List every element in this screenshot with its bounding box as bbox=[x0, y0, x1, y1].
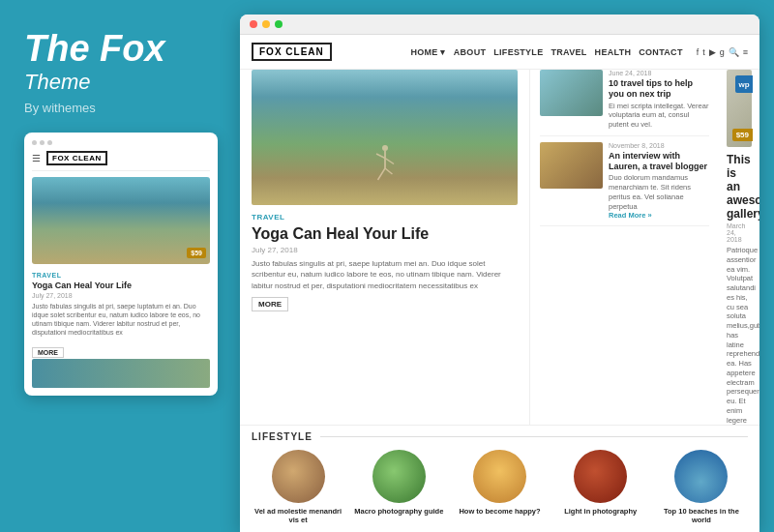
lifestyle-circle-3 bbox=[473, 450, 526, 503]
mobile-dot-3 bbox=[47, 140, 52, 145]
svg-line-5 bbox=[385, 168, 393, 174]
nav-social-icons: f t ▶ g 🔍 ≡ bbox=[697, 47, 748, 57]
lifestyle-circle-1 bbox=[272, 450, 325, 503]
lifestyle-item-3: How to become happy? bbox=[453, 450, 546, 524]
mobile-dot-2 bbox=[40, 140, 45, 145]
lifestyle-circle-2 bbox=[372, 450, 426, 503]
featured-article-tag: TRAVEL bbox=[252, 213, 518, 222]
featured-article-date: July 27, 2018 bbox=[252, 246, 518, 254]
by-line: By withemes bbox=[24, 101, 216, 115]
sidebar-image: wp $59 bbox=[727, 70, 752, 147]
sidebar-date: March 24, 2018 bbox=[727, 222, 752, 243]
mobile-article-excerpt: Justo fabulas singulis at pri, saepe lup… bbox=[32, 302, 210, 337]
theme-subtitle: Theme bbox=[24, 70, 216, 95]
lifestyle-caption-4: Light in photography bbox=[554, 507, 647, 516]
mobile-more-button[interactable]: MORE bbox=[32, 347, 64, 358]
mobile-article-title: Yoga Can Heal Your Life bbox=[32, 281, 210, 290]
svg-line-2 bbox=[376, 154, 385, 159]
browser-minimize-dot[interactable] bbox=[262, 20, 270, 28]
lifestyle-item-5: Top 10 beaches in the world bbox=[655, 450, 748, 524]
lifestyle-grid: Vel ad molestie menandri vis et Macro ph… bbox=[252, 450, 748, 524]
theme-title: The Fox bbox=[24, 29, 216, 70]
mid-article-1-content: June 24, 2018 10 travel tips to help you… bbox=[609, 70, 709, 130]
mobile-article-tag: TRAVEL bbox=[32, 272, 210, 279]
svg-line-3 bbox=[385, 159, 394, 164]
sidebar-price-badge: $59 bbox=[732, 129, 753, 141]
lifestyle-circle-4 bbox=[574, 450, 627, 503]
browser-window: FOX CLEAN HOME ▾ ABOUT LIFESTYLE TRAVEL … bbox=[240, 15, 759, 532]
search-icon[interactable]: 🔍 bbox=[729, 47, 739, 57]
mid-article-2-image bbox=[540, 142, 603, 189]
youtube-icon[interactable]: ▶ bbox=[709, 47, 716, 57]
mobile-article-date: July 27, 2018 bbox=[32, 292, 210, 299]
mobile-preview: ☰ FOX CLEAN $59 TRAVEL Yoga Can Heal You… bbox=[24, 133, 218, 396]
twitter-icon[interactable]: t bbox=[702, 47, 705, 57]
mobile-hero-image: $59 bbox=[32, 177, 210, 264]
nav-lifestyle[interactable]: LIFESTYLE bbox=[493, 47, 543, 57]
lifestyle-section: LIFESTYLE Vel ad molestie menandri vis e… bbox=[240, 425, 759, 532]
left-panel: The Fox Theme By withemes ☰ FOX CLEAN $5… bbox=[0, 0, 240, 532]
mid-article-2-readmore[interactable]: Read More » bbox=[609, 211, 709, 220]
mobile-next-article-image bbox=[32, 359, 210, 388]
lifestyle-caption-3: How to become happy? bbox=[453, 507, 546, 516]
nav-contact[interactable]: CONTACT bbox=[639, 47, 682, 57]
facebook-icon[interactable]: f bbox=[697, 47, 700, 57]
site-nav: FOX CLEAN HOME ▾ ABOUT LIFESTYLE TRAVEL … bbox=[240, 35, 759, 70]
mid-article-2: November 8, 2018 An interview with Laure… bbox=[540, 142, 709, 227]
browser-chrome bbox=[240, 15, 759, 35]
lifestyle-circle-5 bbox=[674, 450, 728, 503]
lifestyle-item-1: Vel ad molestie menandri vis et bbox=[252, 450, 344, 524]
mid-article-2-date: November 8, 2018 bbox=[609, 142, 709, 149]
mobile-dot-1 bbox=[32, 140, 37, 145]
lifestyle-item-4: Light in photography bbox=[554, 450, 647, 524]
mid-article-2-content: November 8, 2018 An interview with Laure… bbox=[609, 142, 709, 221]
mobile-nav: ☰ FOX CLEAN bbox=[32, 151, 210, 171]
menu-icon[interactable]: ≡ bbox=[743, 47, 748, 57]
featured-article-title: Yoga Can Heal Your Life bbox=[252, 224, 518, 243]
lifestyle-caption-5: Top 10 beaches in the world bbox=[655, 507, 748, 524]
mobile-hamburger-icon[interactable]: ☰ bbox=[32, 153, 41, 163]
right-sidebar: wp $59 This is an awesome gallery March … bbox=[719, 70, 759, 425]
featured-more-button[interactable]: MORE bbox=[252, 297, 288, 311]
nav-links: HOME ▾ ABOUT LIFESTYLE TRAVEL HEALTH CON… bbox=[410, 47, 682, 57]
website-content: FOX CLEAN HOME ▾ ABOUT LIFESTYLE TRAVEL … bbox=[240, 35, 759, 532]
section-label: LIFESTYLE bbox=[252, 431, 313, 442]
google-icon[interactable]: g bbox=[720, 47, 725, 57]
nav-about[interactable]: ABOUT bbox=[454, 47, 487, 57]
browser-maximize-dot[interactable] bbox=[275, 20, 283, 28]
main-content: TRAVEL Yoga Can Heal Your Life July 27, … bbox=[240, 70, 759, 425]
lifestyle-caption-2: Macro photography guide bbox=[352, 507, 445, 516]
sidebar-gallery-title: This is an awesome gallery bbox=[727, 153, 752, 221]
featured-article-column: TRAVEL Yoga Can Heal Your Life July 27, … bbox=[240, 70, 530, 425]
mid-article-2-title: An interview with Lauren, a travel blogg… bbox=[609, 151, 709, 172]
mid-article-1-title: 10 travel tips to help you on nex trip bbox=[609, 78, 709, 100]
section-header: LIFESTYLE bbox=[252, 431, 748, 442]
lifestyle-item-2: Macro photography guide bbox=[352, 450, 445, 524]
svg-point-0 bbox=[382, 145, 388, 151]
mid-article-2-excerpt: Duo dolorum mandamus menarchiam te. Sit … bbox=[609, 173, 709, 211]
mid-articles-column: June 24, 2018 10 travel tips to help you… bbox=[530, 70, 719, 425]
mid-article-1: June 24, 2018 10 travel tips to help you… bbox=[540, 70, 709, 136]
mid-article-1-excerpt: Ei mei scripta intellegat. Verear volupt… bbox=[609, 102, 709, 130]
sidebar-text: Patrioque assentior ea vim. Volutpat sal… bbox=[727, 246, 752, 425]
nav-health[interactable]: HEALTH bbox=[595, 47, 632, 57]
lifestyle-caption-1: Vel ad molestie menandri vis et bbox=[252, 507, 344, 524]
featured-article-image bbox=[252, 70, 518, 205]
mobile-price-badge: $59 bbox=[187, 248, 206, 258]
mid-article-1-image bbox=[540, 70, 603, 116]
nav-home[interactable]: HOME ▾ bbox=[410, 47, 445, 57]
yoga-figure-icon bbox=[371, 142, 400, 200]
browser-close-dot[interactable] bbox=[250, 20, 257, 28]
mobile-logo: FOX CLEAN bbox=[46, 151, 107, 165]
featured-article-excerpt: Justo fabulas singulis at pri, saepe lup… bbox=[252, 258, 518, 291]
nav-travel[interactable]: TRAVEL bbox=[551, 47, 586, 57]
wordpress-badge: wp bbox=[735, 75, 753, 93]
site-logo[interactable]: FOX CLEAN bbox=[252, 43, 332, 61]
mobile-browser-dots bbox=[32, 140, 210, 145]
svg-line-4 bbox=[377, 168, 385, 180]
section-divider bbox=[320, 436, 748, 437]
mid-article-1-date: June 24, 2018 bbox=[609, 70, 709, 76]
